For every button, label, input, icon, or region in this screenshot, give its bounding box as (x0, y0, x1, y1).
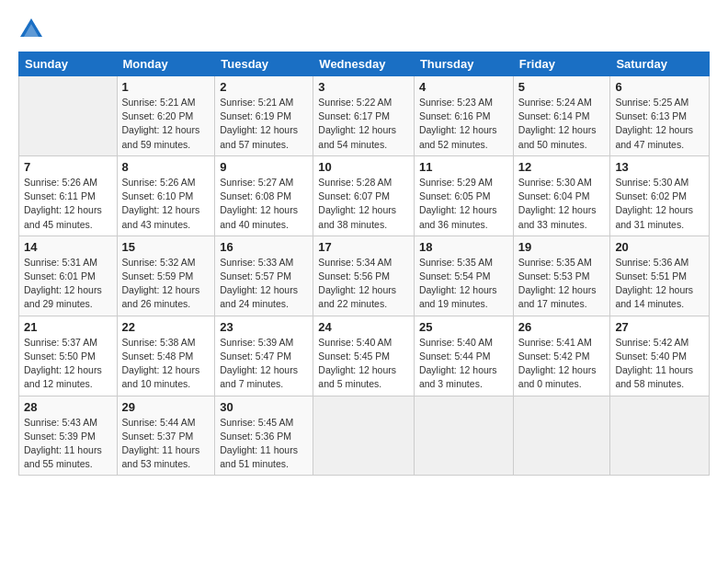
day-number: 30 (220, 400, 308, 414)
day-number: 28 (24, 400, 112, 414)
calendar-cell: 24Sunrise: 5:40 AM Sunset: 5:45 PM Dayli… (313, 316, 415, 396)
calendar-cell: 7Sunrise: 5:26 AM Sunset: 6:11 PM Daylig… (19, 155, 118, 236)
calendar-cell: 13Sunrise: 5:30 AM Sunset: 6:02 PM Dayli… (610, 155, 710, 236)
weekday-header: Thursday (414, 52, 513, 76)
day-info: Sunrise: 5:34 AM Sunset: 5:56 PM Dayligh… (318, 256, 409, 312)
day-info: Sunrise: 5:21 AM Sunset: 6:20 PM Dayligh… (122, 96, 210, 152)
weekday-header: Wednesday (313, 52, 415, 76)
calendar-cell: 21Sunrise: 5:37 AM Sunset: 5:50 PM Dayli… (19, 316, 118, 396)
day-number: 8 (122, 160, 210, 174)
calendar: SundayMondayTuesdayWednesdayThursdayFrid… (18, 52, 710, 476)
calendar-cell: 18Sunrise: 5:35 AM Sunset: 5:54 PM Dayli… (414, 236, 513, 316)
calendar-cell (313, 396, 415, 476)
day-info: Sunrise: 5:28 AM Sunset: 6:07 PM Dayligh… (318, 176, 409, 232)
weekday-header: Monday (117, 52, 215, 76)
weekday-header: Sunday (19, 52, 118, 76)
calendar-cell: 17Sunrise: 5:34 AM Sunset: 5:56 PM Dayli… (313, 236, 415, 316)
day-info: Sunrise: 5:40 AM Sunset: 5:44 PM Dayligh… (419, 336, 508, 392)
calendar-cell: 29Sunrise: 5:44 AM Sunset: 5:37 PM Dayli… (117, 396, 215, 476)
logo-icon (18, 17, 44, 42)
calendar-cell: 22Sunrise: 5:38 AM Sunset: 5:48 PM Dayli… (117, 316, 215, 396)
day-info: Sunrise: 5:22 AM Sunset: 6:17 PM Dayligh… (318, 96, 409, 152)
calendar-cell: 5Sunrise: 5:24 AM Sunset: 6:14 PM Daylig… (513, 76, 610, 156)
calendar-cell: 27Sunrise: 5:42 AM Sunset: 5:40 PM Dayli… (610, 316, 710, 396)
day-number: 7 (24, 160, 112, 174)
calendar-cell: 23Sunrise: 5:39 AM Sunset: 5:47 PM Dayli… (215, 316, 313, 396)
day-info: Sunrise: 5:43 AM Sunset: 5:39 PM Dayligh… (24, 416, 112, 472)
calendar-cell: 10Sunrise: 5:28 AM Sunset: 6:07 PM Dayli… (313, 155, 415, 236)
day-info: Sunrise: 5:33 AM Sunset: 5:57 PM Dayligh… (220, 256, 308, 312)
day-info: Sunrise: 5:36 AM Sunset: 5:51 PM Dayligh… (615, 256, 704, 312)
day-number: 15 (122, 240, 210, 254)
day-info: Sunrise: 5:42 AM Sunset: 5:40 PM Dayligh… (615, 336, 704, 392)
calendar-cell: 19Sunrise: 5:35 AM Sunset: 5:53 PM Dayli… (513, 236, 610, 316)
day-number: 20 (615, 240, 704, 254)
calendar-header-row: SundayMondayTuesdayWednesdayThursdayFrid… (19, 52, 710, 76)
calendar-cell: 6Sunrise: 5:25 AM Sunset: 6:13 PM Daylig… (610, 76, 710, 156)
day-info: Sunrise: 5:26 AM Sunset: 6:11 PM Dayligh… (24, 176, 112, 232)
weekday-header: Saturday (610, 52, 710, 76)
day-number: 11 (419, 160, 508, 174)
day-info: Sunrise: 5:35 AM Sunset: 5:54 PM Dayligh… (419, 256, 508, 312)
day-number: 14 (24, 240, 112, 254)
day-info: Sunrise: 5:30 AM Sunset: 6:02 PM Dayligh… (615, 176, 704, 232)
day-number: 6 (615, 80, 704, 94)
calendar-cell: 11Sunrise: 5:29 AM Sunset: 6:05 PM Dayli… (414, 155, 513, 236)
day-number: 4 (419, 80, 508, 94)
calendar-cell: 26Sunrise: 5:41 AM Sunset: 5:42 PM Dayli… (513, 316, 610, 396)
day-info: Sunrise: 5:32 AM Sunset: 5:59 PM Dayligh… (122, 256, 210, 312)
day-number: 3 (318, 80, 409, 94)
day-info: Sunrise: 5:35 AM Sunset: 5:53 PM Dayligh… (518, 256, 606, 312)
calendar-week-row: 1Sunrise: 5:21 AM Sunset: 6:20 PM Daylig… (19, 76, 710, 156)
day-number: 2 (220, 80, 308, 94)
day-number: 13 (615, 160, 704, 174)
day-info: Sunrise: 5:27 AM Sunset: 6:08 PM Dayligh… (220, 176, 308, 232)
weekday-header: Tuesday (215, 52, 313, 76)
calendar-cell (414, 396, 513, 476)
calendar-cell: 12Sunrise: 5:30 AM Sunset: 6:04 PM Dayli… (513, 155, 610, 236)
calendar-cell: 4Sunrise: 5:23 AM Sunset: 6:16 PM Daylig… (414, 76, 513, 156)
page: SundayMondayTuesdayWednesdayThursdayFrid… (0, 0, 728, 563)
calendar-cell: 8Sunrise: 5:26 AM Sunset: 6:10 PM Daylig… (117, 155, 215, 236)
day-info: Sunrise: 5:31 AM Sunset: 6:01 PM Dayligh… (24, 256, 112, 312)
day-info: Sunrise: 5:21 AM Sunset: 6:19 PM Dayligh… (220, 96, 308, 152)
day-number: 10 (318, 160, 409, 174)
day-info: Sunrise: 5:30 AM Sunset: 6:04 PM Dayligh… (518, 176, 606, 232)
calendar-cell: 25Sunrise: 5:40 AM Sunset: 5:44 PM Dayli… (414, 316, 513, 396)
calendar-cell: 15Sunrise: 5:32 AM Sunset: 5:59 PM Dayli… (117, 236, 215, 316)
day-number: 1 (122, 80, 210, 94)
calendar-cell: 3Sunrise: 5:22 AM Sunset: 6:17 PM Daylig… (313, 76, 415, 156)
calendar-week-row: 14Sunrise: 5:31 AM Sunset: 6:01 PM Dayli… (19, 236, 710, 316)
day-number: 21 (24, 320, 112, 334)
day-number: 5 (518, 80, 606, 94)
day-info: Sunrise: 5:44 AM Sunset: 5:37 PM Dayligh… (122, 416, 210, 472)
calendar-week-row: 21Sunrise: 5:37 AM Sunset: 5:50 PM Dayli… (19, 316, 710, 396)
day-info: Sunrise: 5:26 AM Sunset: 6:10 PM Dayligh… (122, 176, 210, 232)
calendar-week-row: 28Sunrise: 5:43 AM Sunset: 5:39 PM Dayli… (19, 396, 710, 476)
day-info: Sunrise: 5:24 AM Sunset: 6:14 PM Dayligh… (518, 96, 606, 152)
day-number: 18 (419, 240, 508, 254)
calendar-cell: 14Sunrise: 5:31 AM Sunset: 6:01 PM Dayli… (19, 236, 118, 316)
day-number: 12 (518, 160, 606, 174)
day-number: 27 (615, 320, 704, 334)
day-info: Sunrise: 5:23 AM Sunset: 6:16 PM Dayligh… (419, 96, 508, 152)
day-info: Sunrise: 5:45 AM Sunset: 5:36 PM Dayligh… (220, 416, 308, 472)
calendar-week-row: 7Sunrise: 5:26 AM Sunset: 6:11 PM Daylig… (19, 155, 710, 236)
day-number: 29 (122, 400, 210, 414)
weekday-header: Friday (513, 52, 610, 76)
day-info: Sunrise: 5:37 AM Sunset: 5:50 PM Dayligh… (24, 336, 112, 392)
calendar-cell: 28Sunrise: 5:43 AM Sunset: 5:39 PM Dayli… (19, 396, 118, 476)
day-info: Sunrise: 5:38 AM Sunset: 5:48 PM Dayligh… (122, 336, 210, 392)
day-info: Sunrise: 5:25 AM Sunset: 6:13 PM Dayligh… (615, 96, 704, 152)
day-number: 17 (318, 240, 409, 254)
calendar-cell: 2Sunrise: 5:21 AM Sunset: 6:19 PM Daylig… (215, 76, 313, 156)
calendar-cell (513, 396, 610, 476)
calendar-cell: 20Sunrise: 5:36 AM Sunset: 5:51 PM Dayli… (610, 236, 710, 316)
calendar-cell: 1Sunrise: 5:21 AM Sunset: 6:20 PM Daylig… (117, 76, 215, 156)
header (18, 17, 710, 42)
day-info: Sunrise: 5:40 AM Sunset: 5:45 PM Dayligh… (318, 336, 409, 392)
calendar-cell: 9Sunrise: 5:27 AM Sunset: 6:08 PM Daylig… (215, 155, 313, 236)
day-number: 16 (220, 240, 308, 254)
logo (18, 17, 47, 42)
day-number: 9 (220, 160, 308, 174)
